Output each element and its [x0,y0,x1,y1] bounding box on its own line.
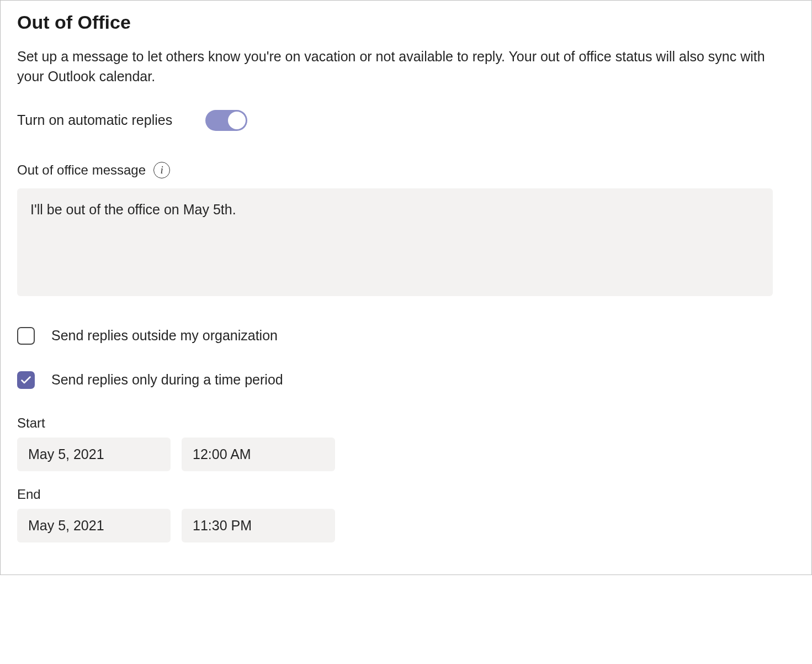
info-icon[interactable]: i [153,162,170,178]
automatic-replies-label: Turn on automatic replies [17,112,172,128]
end-label: End [17,487,795,502]
send-outside-org-label: Send replies outside my organization [51,328,278,344]
start-label: Start [17,415,795,431]
automatic-replies-toggle-row: Turn on automatic replies [17,110,795,131]
start-inputs: May 5, 2021 12:00 AM [17,438,795,471]
time-period-row: Send replies only during a time period [17,371,795,389]
send-outside-org-checkbox[interactable] [17,327,35,345]
out-of-office-panel: Out of Office Set up a message to let ot… [0,0,812,575]
end-date-input[interactable]: May 5, 2021 [17,509,171,542]
checkmark-icon [21,376,31,384]
message-label: Out of office message [17,162,146,178]
start-time-input[interactable]: 12:00 AM [182,438,335,471]
start-section: Start May 5, 2021 12:00 AM [17,415,795,471]
automatic-replies-toggle[interactable] [205,110,247,131]
page-title: Out of Office [17,12,795,33]
description-text: Set up a message to let others know you'… [17,46,795,87]
message-label-row: Out of office message i [17,162,795,178]
end-section: End May 5, 2021 11:30 PM [17,487,795,542]
message-textarea[interactable]: I'll be out of the office on May 5th. [17,188,773,296]
start-date-input[interactable]: May 5, 2021 [17,438,171,471]
toggle-knob [228,112,246,129]
end-time-input[interactable]: 11:30 PM [182,509,335,542]
end-inputs: May 5, 2021 11:30 PM [17,509,795,542]
send-outside-org-row: Send replies outside my organization [17,327,795,345]
time-period-label: Send replies only during a time period [51,372,283,388]
time-period-checkbox[interactable] [17,371,35,389]
